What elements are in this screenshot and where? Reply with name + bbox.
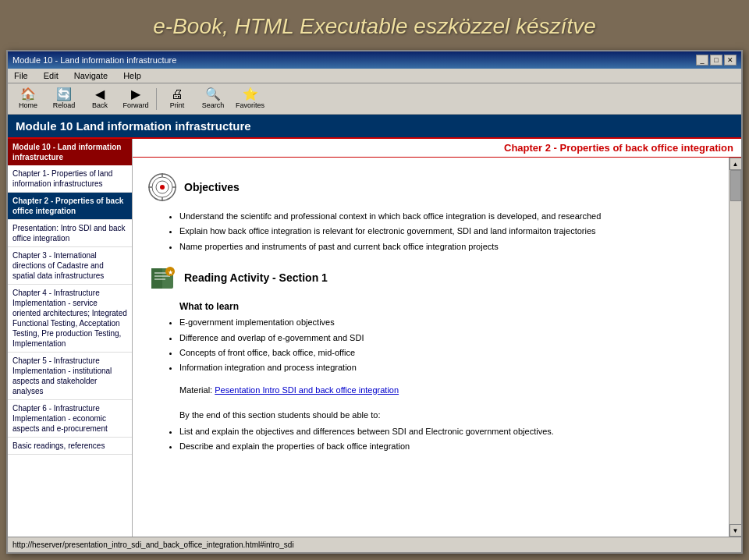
chapter-title-text: Chapter 2 - Properties of back office in… [504,142,733,154]
what-to-learn-label: What to learn [179,301,713,312]
section-end-item-1: List and explain the objectives and diff… [179,426,713,438]
sidebar-item-chapter2[interactable]: Chapter 2 - Properties of back office in… [8,193,132,220]
sidebar-header: Module 10 - Land information infrastruct… [8,139,132,165]
menu-edit[interactable]: Edit [41,70,62,81]
reload-label: Reload [53,101,76,109]
close-button[interactable]: ✕ [724,55,737,66]
material-line: Material: Pesentation Intro SDI and back… [179,385,713,395]
forward-icon: ▶ [131,88,140,101]
menu-help[interactable]: Help [120,70,144,81]
back-label: Back [92,101,108,109]
toolbar-separator [156,88,157,110]
section-end-text: By the end of this section students shou… [179,410,713,420]
sidebar-item-chapter1[interactable]: Chapter 1- Properties of land informatio… [8,165,132,193]
toolbar: 🏠 Home 🔄 Reload ◀ Back ▶ Forward 🖨 Print… [8,83,741,115]
minimize-button[interactable]: _ [696,55,708,66]
objectives-section-header: Objectives [148,173,713,201]
back-icon: ◀ [95,88,105,101]
favorites-icon: ⭐ [243,88,258,101]
sidebar-item-chapter3[interactable]: Chapter 3 - International directions of … [8,247,132,285]
application-window: Module 10 - Land information infrastruct… [6,50,743,554]
menu-bar: File Edit Navigate Help [8,69,741,83]
title-bar: Module 10 - Land information infrastruct… [8,51,741,69]
home-icon: 🏠 [20,88,36,101]
home-button[interactable]: 🏠 Home [11,86,45,112]
module-header: Module 10 Land information infrastructur… [8,115,741,139]
objective-item-2: Explain how back office integration is r… [179,225,713,237]
content-body: Objectives Understand the scientifc and … [133,158,729,472]
svg-rect-9 [151,268,162,289]
top-banner: e-Book, HTML Executable eszközzel készít… [0,0,749,50]
window-controls: _ □ ✕ [696,55,737,66]
reading-item-2: Difference and overlap of e-government a… [179,332,713,344]
sidebar-item-chapter4[interactable]: Chapter 4 - Infrastructure Implementatio… [8,285,132,353]
scroll-thumb[interactable] [730,170,741,201]
search-icon: 🔍 [205,88,221,101]
scrollbar[interactable]: ▲ ▼ [729,158,741,537]
reading-section-header: ★ Reading Activity - Section 1 [148,264,713,292]
home-label: Home [19,101,37,109]
sidebar-item-chapter5[interactable]: Chapter 5 - Infrastructure Implementatio… [8,353,132,400]
print-label: Print [170,101,185,109]
menu-navigate[interactable]: Navigate [71,70,111,81]
print-icon: 🖨 [171,88,183,101]
window-title: Module 10 - Land information infrastruct… [12,55,176,65]
reading-item-3: Concepts of front office, back office, m… [179,347,713,359]
sidebar-item-presentation[interactable]: Presentation: Intro SDI and back office … [8,220,132,247]
favorites-button[interactable]: ⭐ Favorites [232,86,268,112]
module-header-text: Module 10 Land information infrastructur… [16,119,251,133]
objectives-list: Understand the scientifc and professiona… [179,211,713,253]
sidebar-item-chapter6[interactable]: Chapter 6 - Infrastructure Implementatio… [8,400,132,438]
section-end-item-2: Describe and explain the properties of b… [179,441,713,452]
reload-button[interactable]: 🔄 Reload [47,86,81,112]
scroll-down-button[interactable]: ▼ [729,524,742,537]
reading-title: Reading Activity - Section 1 [184,271,328,284]
reading-list: E-government implementation objectives D… [179,317,713,374]
chapter-title: Chapter 2 - Properties of back office in… [133,139,741,158]
maximize-button[interactable]: □ [710,55,722,66]
scroll-track[interactable] [729,170,742,524]
main-content: Objectives Understand the scientifc and … [133,158,729,537]
sidebar: Module 10 - Land information infrastruct… [8,139,133,537]
reading-item-1: E-government implementation objectives [179,317,713,328]
section-end-list: List and explain the objectives and diff… [179,426,713,453]
status-url: http://heserver/presentation_intro_sdi_a… [12,541,294,549]
svg-text:★: ★ [168,269,173,276]
objectives-title: Objectives [184,181,240,193]
search-label: Search [202,101,225,109]
reading-icon: ★ [148,264,176,292]
material-label: Material: [179,385,212,395]
objective-item-3: Name properties and instruments of past … [179,241,713,253]
forward-label: Forward [122,101,148,109]
back-button[interactable]: ◀ Back [83,86,117,112]
favorites-label: Favorites [236,101,264,109]
content-area: Module 10 - Land information infrastruct… [8,139,741,537]
print-button[interactable]: 🖨 Print [160,86,194,112]
status-bar: http://heserver/presentation_intro_sdi_a… [8,537,741,552]
material-link[interactable]: Pesentation Intro SDI and back office in… [215,385,399,395]
search-button[interactable]: 🔍 Search [196,86,230,112]
objective-item-1: Understand the scientifc and professiona… [179,211,713,222]
svg-point-3 [160,185,165,190]
scroll-up-button[interactable]: ▲ [729,158,742,170]
banner-title: e-Book, HTML Executable eszközzel készít… [8,14,741,39]
forward-button[interactable]: ▶ Forward [119,86,153,112]
objectives-icon [148,173,176,201]
reading-item-4: Information integration and process inte… [179,362,713,374]
sidebar-item-readings[interactable]: Basic readings, references [8,438,132,455]
reload-icon: 🔄 [56,88,72,101]
menu-file[interactable]: File [11,70,31,81]
